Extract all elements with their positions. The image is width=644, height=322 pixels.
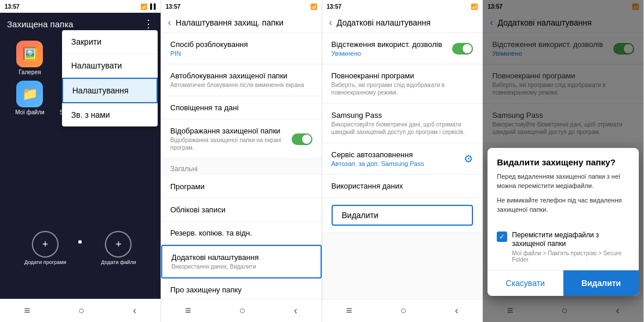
notifications-title: Сповіщення та дані	[170, 103, 312, 112]
data-usage-item[interactable]: Використання даних	[322, 175, 483, 198]
myfiles-icon: 📁	[16, 81, 43, 107]
back-button-2[interactable]: ‹	[168, 17, 171, 28]
status-bar-2: 13:57 📶	[161, 0, 322, 13]
track-permissions-item[interactable]: Відстеження використ. дозволів Увімкнено	[322, 33, 483, 64]
nav-back-icon-2[interactable]: ‹	[294, 305, 297, 317]
fullscreen-sub: Виберіть, які програми слід відображати …	[332, 81, 474, 96]
unlock-title: Спосіб розблокування	[170, 40, 312, 49]
nav-menu-icon[interactable]: ≡	[24, 305, 31, 317]
show-folder-toggle[interactable]	[292, 133, 312, 145]
samsung-pass-item[interactable]: Samsung Pass Використовуйте біометричні …	[322, 104, 483, 143]
nav-home-icon[interactable]: ○	[78, 305, 85, 317]
track-toggle-knob	[463, 44, 472, 53]
panel2-title: Налаштування захищ. папки	[176, 18, 314, 27]
dialog-body-2: Не вимикайте телефон під час видалення з…	[497, 196, 630, 215]
pin-label: PIN	[170, 50, 312, 57]
menu-item-close[interactable]: Закрити	[62, 30, 158, 54]
status-bar-3: 13:57 📶	[322, 0, 483, 13]
menu-item-customize[interactable]: Налаштувати	[62, 54, 158, 78]
status-bar-1: 13:57 📶 ▐▐	[0, 0, 161, 13]
fullscreen-title: Повноекранні програми	[332, 71, 474, 80]
app-myfiles[interactable]: 📁 Мої файли	[7, 81, 53, 116]
fullscreen-item[interactable]: Повноекранні програми Виберіть, які прог…	[322, 64, 483, 104]
panel-4: 13:57 📶 ‹ Додаткові налаштування Відстеж…	[483, 0, 644, 322]
delete-button[interactable]: Видалити	[332, 205, 474, 226]
nav-home-icon-3[interactable]: ○	[401, 305, 407, 317]
time-2: 13:57	[166, 3, 181, 10]
time-3: 13:57	[327, 3, 342, 10]
bottom-actions: + Додати програми + Додати файли	[0, 226, 161, 270]
autoblock-row: Автоблокування захищеної папки Автоматич…	[170, 71, 312, 89]
gallery-icon: 🖼️	[16, 41, 43, 67]
show-folder-sub: Відображання захищеної папки на екрані п…	[170, 136, 292, 151]
app-gallery[interactable]: 🖼️ Галерея	[7, 41, 53, 76]
accounts-title: Облікові записи	[170, 205, 312, 214]
nav-back-icon-3[interactable]: ‹	[455, 305, 459, 317]
nav-bar-3: ≡ ○ ‹	[322, 299, 483, 322]
menu-item-contact[interactable]: Зв. з нами	[62, 103, 158, 126]
add-files-button[interactable]: + Додати файли	[101, 231, 136, 265]
checkbox-sublabel: Мої файли > Пам'ять пристрою > Secure Fo…	[512, 250, 630, 263]
cancel-button[interactable]: Скасувати	[487, 270, 563, 296]
toggle-knob	[302, 135, 311, 144]
dialog-body: Перед видаленням захищеної папки з неї м…	[487, 172, 639, 226]
autofill-sub: Автозап. за доп. Samsung Pass	[332, 160, 424, 167]
panel3-title: Додаткові налаштування	[337, 18, 475, 27]
panel2-header: ‹ Налаштування захищ. папки	[161, 13, 322, 33]
track-toggle[interactable]	[452, 43, 473, 55]
status-icons-1: 📶 ▐▐	[140, 3, 156, 10]
gear-icon[interactable]: ⚙	[464, 153, 473, 165]
autofill-title: Сервіс автозаповнення	[332, 150, 424, 159]
dialog-actions: Скасувати Видалити	[487, 270, 639, 296]
programs-item[interactable]: Програми	[161, 175, 322, 198]
status-icons-3: 📶	[471, 3, 478, 10]
checkmark-icon: ✓	[499, 233, 505, 241]
delete-item: Видалити	[322, 198, 483, 233]
nav-bar-2: ≡ ○ ‹	[161, 299, 322, 322]
track-title: Відстеження використ. дозволів	[332, 40, 442, 49]
add-apps-button[interactable]: + Додати програми	[24, 231, 66, 265]
notifications-item[interactable]: Сповіщення та дані	[161, 96, 322, 120]
back-button-3[interactable]: ‹	[329, 17, 332, 28]
samsung-pass-sub: Використовуйте біометричні дані, щоб отр…	[332, 121, 474, 136]
context-menu: Закрити Налаштувати Налаштування Зв. з н…	[62, 30, 158, 126]
nav-home-icon-2[interactable]: ○	[239, 305, 246, 317]
checkbox-label: Перемістити медіафайли з захищеної папки	[512, 231, 630, 249]
about-title: Про захищену папку	[170, 285, 312, 294]
unlock-method-item[interactable]: Спосіб розблокування PIN	[161, 33, 322, 64]
menu-item-settings[interactable]: Налаштування	[62, 78, 158, 103]
general-section-label: Загальні	[161, 159, 322, 175]
backup-item[interactable]: Резерв. копіюв. та відн.	[161, 222, 322, 245]
nav-menu-icon-3[interactable]: ≡	[346, 305, 352, 317]
autoblock-title: Автоблокування захищеної папки	[170, 71, 304, 80]
panel-1: 13:57 📶 ▐▐ Захищена папка ⋮ 🖼️ Галерея 📅…	[0, 0, 161, 322]
confirm-delete-button[interactable]: Видалити	[563, 270, 639, 296]
nav-back-icon[interactable]: ‹	[133, 305, 136, 317]
nav-menu-icon-2[interactable]: ≡	[185, 305, 191, 317]
panel-3: 13:57 📶 ‹ Додаткові налаштування Відстеж…	[322, 0, 483, 322]
show-folder-row: Відображання захищеної папки Відображанн…	[170, 126, 312, 151]
additional-title: Додаткові налаштування	[172, 253, 311, 262]
panel-2: 13:57 📶 ‹ Налаштування захищ. папки Спос…	[161, 0, 322, 322]
accounts-item[interactable]: Облікові записи	[161, 198, 322, 222]
autofill-row: Сервіс автозаповнення Автозап. за доп. S…	[332, 150, 474, 167]
show-folder-item[interactable]: Відображання захищеної папки Відображанн…	[161, 120, 322, 159]
gallery-label: Галерея	[19, 69, 41, 76]
samsung-pass-title: Samsung Pass	[332, 111, 474, 120]
panel1-title: Захищена папка	[7, 19, 143, 29]
backup-title: Резерв. копіюв. та відн.	[170, 229, 312, 237]
autoblock-item[interactable]: Автоблокування захищеної папки Автоматич…	[161, 64, 322, 96]
programs-title: Програми	[170, 182, 312, 191]
myfiles-label: Мої файли	[15, 109, 44, 116]
additional-sub: Використання даних, Видалити	[172, 263, 311, 270]
autofill-item[interactable]: Сервіс автозаповнення Автозап. за доп. S…	[322, 143, 483, 175]
more-options-icon[interactable]: ⋮	[143, 17, 154, 30]
dialog-title: Видалити захищену папку?	[487, 148, 639, 172]
about-item[interactable]: Про захищену папку	[161, 278, 322, 299]
additional-settings-item[interactable]: Додаткові налаштування Використання дани…	[161, 245, 322, 278]
move-media-checkbox[interactable]: ✓	[497, 231, 507, 242]
autoblock-sub: Автоматичне блокування після вимкнення е…	[170, 81, 304, 89]
add-files-label: Додати файли	[101, 259, 136, 265]
show-folder-title: Відображання захищеної папки	[170, 126, 292, 135]
data-usage-title: Використання даних	[332, 182, 474, 190]
